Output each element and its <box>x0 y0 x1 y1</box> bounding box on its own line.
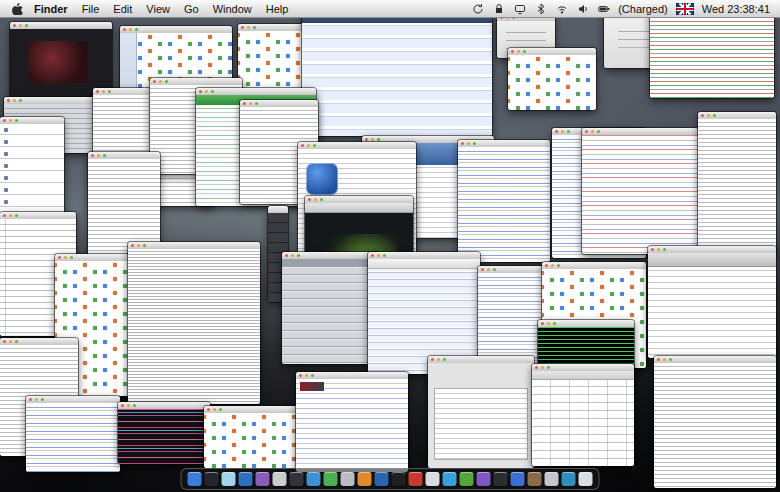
window-thumbnail[interactable] <box>128 242 260 404</box>
menu-view[interactable]: View <box>146 3 170 15</box>
traffic-light-dot <box>553 322 556 325</box>
dock-app-icon-6[interactable] <box>273 472 287 486</box>
expose-window-layer <box>0 0 780 492</box>
traffic-light-dot <box>311 374 314 377</box>
traffic-light-dot <box>657 248 660 251</box>
window-content <box>650 13 774 98</box>
traffic-light-dot <box>557 264 560 267</box>
dock-app-icon-3[interactable] <box>222 472 236 486</box>
window-thumbnail[interactable] <box>428 356 534 468</box>
window-thumbnail[interactable] <box>648 246 776 358</box>
dock-app-icon-11[interactable] <box>358 472 372 486</box>
window-thumbnail[interactable] <box>654 356 776 488</box>
dock-app-icon-10[interactable] <box>341 472 355 486</box>
finder-dock-icon[interactable] <box>188 472 202 486</box>
dock-app-icon-4[interactable] <box>239 472 253 486</box>
traffic-light-dot <box>19 99 22 102</box>
window-thumbnail[interactable] <box>296 372 408 472</box>
dock-app-icon-13[interactable] <box>392 472 406 486</box>
window-thumbnail[interactable] <box>118 402 210 464</box>
window-thumbnail[interactable] <box>302 6 492 136</box>
dock-app-icon-8[interactable] <box>307 472 321 486</box>
dock-app-icon-15[interactable] <box>426 472 440 486</box>
traffic-light-dot <box>123 28 126 31</box>
airport-icon[interactable] <box>555 2 568 15</box>
traffic-light-dot <box>473 142 476 145</box>
lock-icon[interactable] <box>492 2 505 15</box>
traffic-light-dot <box>9 119 12 122</box>
traffic-light-dot <box>96 90 99 93</box>
traffic-light-dot <box>511 50 514 53</box>
dock-app-icon-7[interactable] <box>290 472 304 486</box>
window-thumbnail[interactable] <box>650 6 774 98</box>
traffic-light-dot <box>299 374 302 377</box>
window-thumbnail[interactable] <box>204 406 306 468</box>
dock-app-icon-23[interactable] <box>562 472 576 486</box>
dock-app-icon-12[interactable] <box>375 472 389 486</box>
window-thumbnail[interactable] <box>458 140 550 262</box>
traffic-light-dot <box>153 80 156 83</box>
menu-edit[interactable]: Edit <box>113 3 132 15</box>
traffic-light-dot <box>137 244 140 247</box>
traffic-light-dot <box>547 322 550 325</box>
dock-app-icon-17[interactable] <box>460 472 474 486</box>
traffic-light-dot <box>517 50 520 53</box>
uk-flag-icon[interactable] <box>676 3 694 15</box>
traffic-light-dot <box>651 248 654 251</box>
window-thumbnail[interactable] <box>582 128 698 254</box>
menu-finder[interactable]: Finder <box>34 3 68 15</box>
dock-app-icon-9[interactable] <box>324 472 338 486</box>
dock-app-icon-16[interactable] <box>443 472 457 486</box>
dock-app-icon-21[interactable] <box>528 472 542 486</box>
apple-menu-icon[interactable] <box>10 2 24 15</box>
displays-icon[interactable] <box>513 2 526 15</box>
traffic-light-dot <box>551 264 554 267</box>
traffic-light-dot <box>541 366 544 369</box>
traffic-light-dot <box>133 404 136 407</box>
traffic-light-dot <box>523 50 526 53</box>
window-content <box>648 253 776 358</box>
traffic-light-dot <box>9 214 12 217</box>
bluetooth-icon[interactable] <box>534 2 547 15</box>
traffic-light-dot <box>3 119 6 122</box>
traffic-light-dot <box>567 130 570 133</box>
traffic-light-dot <box>213 408 216 411</box>
dock-app-icon-18[interactable] <box>477 472 491 486</box>
dock-app-icon-22[interactable] <box>545 472 559 486</box>
battery-icon[interactable] <box>597 2 610 15</box>
traffic-light-dot <box>314 198 317 201</box>
window-thumbnail[interactable] <box>26 396 120 472</box>
window-content <box>282 259 380 364</box>
volume-icon[interactable] <box>576 2 589 15</box>
menu-clock[interactable]: Wed 23:38:41 <box>702 3 770 15</box>
dock-app-icon-19[interactable] <box>494 472 508 486</box>
trash-dock-icon[interactable] <box>579 472 593 486</box>
traffic-light-dot <box>91 154 94 157</box>
menu-help[interactable]: Help <box>266 3 289 15</box>
menu-window[interactable]: Window <box>213 3 252 15</box>
traffic-light-dot <box>255 102 258 105</box>
menu-go[interactable]: Go <box>184 3 199 15</box>
window-thumbnail[interactable] <box>508 48 596 110</box>
window-thumbnail[interactable] <box>532 364 634 466</box>
menu-file[interactable]: File <box>82 3 100 15</box>
window-content <box>204 413 306 468</box>
traffic-light-dot <box>253 26 256 29</box>
sync-icon[interactable] <box>471 2 484 15</box>
dock-app-icon-20[interactable] <box>511 472 525 486</box>
dock-app-icon-14[interactable] <box>409 472 423 486</box>
battery-status-label[interactable]: (Charged) <box>618 3 668 15</box>
window-content <box>26 403 120 472</box>
traffic-light-dot <box>585 130 588 133</box>
window-thumbnail[interactable] <box>282 252 380 364</box>
traffic-light-dot <box>135 28 138 31</box>
dock-app-icon-5[interactable] <box>256 472 270 486</box>
traffic-light-dot <box>377 254 380 257</box>
window-thumbnail[interactable] <box>698 112 776 256</box>
traffic-light-dot <box>13 24 16 27</box>
traffic-light-dot <box>541 322 544 325</box>
traffic-light-dot <box>129 28 132 31</box>
traffic-light-dot <box>15 214 18 217</box>
traffic-light-dot <box>431 358 434 361</box>
dock-app-icon-2[interactable] <box>205 472 219 486</box>
